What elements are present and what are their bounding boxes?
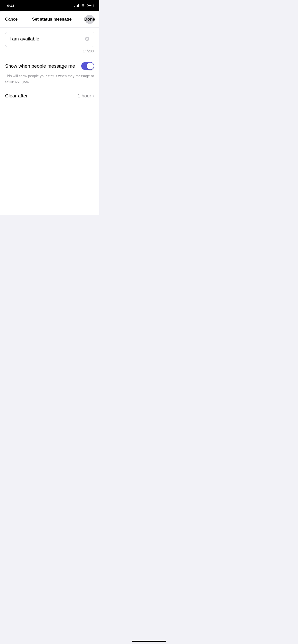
signal-icon	[74, 4, 79, 7]
status-input-container[interactable]: I am available	[5, 32, 94, 47]
toggle-description: This will show people your status when t…	[5, 74, 94, 84]
chevron-right-icon: ›	[93, 93, 94, 98]
status-input[interactable]: I am available	[9, 36, 84, 42]
status-time: 9:41	[7, 4, 15, 8]
content-area: I am available 14/280 Show when people m…	[0, 28, 99, 100]
show-when-message-row: Show when people message me	[5, 61, 94, 71]
status-icons	[74, 4, 94, 8]
clear-after-row[interactable]: Clear after 1 hour ›	[5, 92, 94, 100]
clear-after-label: Clear after	[5, 93, 28, 99]
page-title: Set status message	[32, 17, 72, 22]
clear-after-duration: 1 hour	[77, 93, 91, 99]
navigation-bar: Cancel Set status message Done	[0, 11, 99, 28]
battery-icon	[87, 4, 94, 7]
status-bar: 9:41	[0, 0, 99, 11]
wifi-icon	[81, 4, 85, 8]
divider-1	[5, 57, 94, 57]
toggle-knob	[87, 63, 94, 69]
show-when-message-toggle[interactable]	[81, 62, 94, 70]
char-count: 14/280	[5, 49, 94, 53]
clear-input-button[interactable]	[84, 36, 90, 42]
set-status-sheet: Cancel Set status message Done I am avai…	[0, 11, 99, 215]
divider-2	[5, 88, 94, 88]
done-button[interactable]: Done	[85, 15, 94, 24]
toggle-label: Show when people message me	[5, 63, 75, 69]
clear-after-value: 1 hour ›	[77, 93, 94, 99]
cancel-button[interactable]: Cancel	[5, 17, 19, 22]
